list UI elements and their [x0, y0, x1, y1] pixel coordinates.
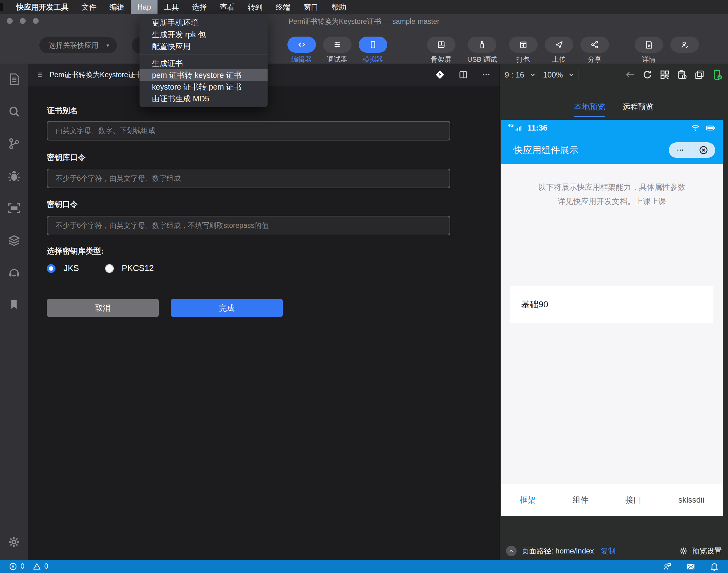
- app-icon: [0, 3, 3, 11]
- warnings-icon[interactable]: [33, 562, 41, 571]
- menu-item-select[interactable]: 选择: [186, 0, 213, 14]
- keystore-type-radios: JKS PKCS12: [47, 264, 154, 273]
- more-actions-icon[interactable]: [481, 69, 491, 80]
- notifications-bell-icon[interactable]: [710, 562, 719, 571]
- cert-alias-label: 证书别名: [47, 105, 78, 116]
- simulator-button[interactable]: 模拟器: [355, 37, 391, 64]
- panel-menu-icon[interactable]: [36, 70, 45, 80]
- done-button[interactable]: 完成: [171, 299, 283, 317]
- user-check-icon: [680, 40, 689, 49]
- keypass-input[interactable]: [47, 216, 450, 236]
- cancel-button[interactable]: 取消: [47, 299, 159, 317]
- copy-path-link[interactable]: 复制: [601, 546, 616, 556]
- storepass-label: 密钥库口令: [47, 152, 86, 162]
- quickapp-capsule: [669, 142, 715, 158]
- radio-pkcs12-label[interactable]: PKCS12: [122, 264, 154, 273]
- settings-gear-icon[interactable]: [7, 535, 21, 549]
- menu-item-app[interactable]: 快应用开发工具: [10, 0, 75, 14]
- tab-remote-preview[interactable]: 远程预览: [623, 102, 654, 117]
- menu-item-view[interactable]: 查看: [213, 0, 241, 14]
- zoom-value: 100%: [543, 70, 563, 80]
- package-icon: [519, 40, 528, 49]
- details-button[interactable]: 详情: [631, 37, 667, 64]
- device-preview-icon[interactable]: [7, 201, 21, 215]
- menu-item-window[interactable]: 窗口: [297, 0, 325, 14]
- page-path-label: 页面路径: home/index: [521, 546, 594, 556]
- menu-item-file[interactable]: 文件: [75, 0, 103, 14]
- cert-alias-input[interactable]: [47, 121, 450, 141]
- editor-label: 编辑器: [292, 55, 312, 64]
- associated-quickapp-select[interactable]: 选择关联快应用 ▼: [39, 37, 117, 53]
- menu-item-help[interactable]: 帮助: [325, 0, 353, 14]
- radio-jks-label[interactable]: JKS: [63, 264, 79, 273]
- errors-icon[interactable]: [9, 562, 17, 571]
- menu-item-hap[interactable]: Hap: [131, 0, 157, 14]
- collapse-button[interactable]: [506, 546, 517, 556]
- more-dots-icon[interactable]: [676, 145, 685, 155]
- phone-tab-sklssdii[interactable]: sklssdii: [678, 495, 705, 505]
- storepass-input[interactable]: [47, 169, 450, 188]
- menu-option-cert-to-md5[interactable]: 由证书生成 MD5: [140, 93, 268, 104]
- preview-settings-gear-icon[interactable]: [678, 546, 688, 556]
- usb-debug-button[interactable]: USB 调试: [459, 37, 505, 64]
- account-button[interactable]: [667, 37, 702, 55]
- source-control-icon[interactable]: [7, 137, 21, 151]
- page-description: 以下将展示快应用框架能力，具体属性参数 详见快应用开发文档。上课上课: [501, 164, 723, 208]
- close-circle-icon[interactable]: [698, 145, 709, 155]
- menu-item-terminal[interactable]: 终端: [269, 0, 297, 14]
- menu-option-update-phone-env[interactable]: 更新手机环境: [140, 17, 268, 29]
- share-label: 分享: [588, 55, 602, 64]
- editor-button[interactable]: 编辑器: [284, 37, 319, 64]
- bookmark-icon[interactable]: [7, 298, 20, 311]
- menu-option-generate-cert[interactable]: 生成证书: [140, 57, 268, 69]
- menu-item-edit[interactable]: 编辑: [103, 0, 131, 14]
- phone-tab-interfaces[interactable]: 接口: [625, 494, 641, 506]
- version-diamond-icon[interactable]: [434, 69, 446, 80]
- pem-to-keystore-panel: Pem证书转换为Keystore证书 证书别名 密钥库口令 密钥口令 选择密钥库…: [28, 63, 500, 560]
- document-icon: [644, 40, 654, 49]
- phone-tab-bar: 框架 组件 接口 sklssdii: [501, 484, 723, 516]
- zoom-select[interactable]: 100%: [543, 70, 575, 80]
- radio-pkcs12[interactable]: [105, 264, 114, 273]
- package-button[interactable]: 打包: [505, 37, 541, 64]
- share-button[interactable]: 分享: [577, 37, 612, 64]
- qr-code-icon[interactable]: [659, 69, 670, 80]
- debug-icon[interactable]: [7, 169, 21, 183]
- support-icon[interactable]: [7, 266, 21, 280]
- upload-button[interactable]: 上传: [541, 37, 577, 64]
- menu-item-goto[interactable]: 转到: [241, 0, 269, 14]
- phone-tab-framework[interactable]: 框架: [519, 494, 535, 506]
- split-editor-icon[interactable]: [458, 69, 468, 80]
- status-bar: 0 0: [0, 560, 728, 573]
- phone-tab-components[interactable]: 组件: [572, 494, 588, 506]
- debugger-button[interactable]: 调试器: [319, 37, 355, 64]
- refresh-icon[interactable]: [642, 69, 653, 80]
- chevron-down-icon: [567, 71, 575, 79]
- radio-jks[interactable]: [47, 264, 55, 273]
- menu-option-keystore-to-pem[interactable]: keystore 证书转 pem 证书: [140, 81, 268, 93]
- window-header: Pem证书转换为Keystore证书 — sample-master 选择关联快…: [0, 14, 728, 63]
- code-icon: [297, 40, 306, 49]
- menu-item-tools[interactable]: 工具: [157, 0, 186, 14]
- copy-stack-icon[interactable]: [694, 69, 705, 80]
- simulator-label: 模拟器: [363, 55, 383, 64]
- skeleton-screen-button[interactable]: 骨架屏: [423, 37, 459, 64]
- layers-icon[interactable]: [7, 233, 21, 248]
- feedback-icon[interactable]: [662, 562, 672, 571]
- search-icon[interactable]: [7, 104, 21, 118]
- package-label: 打包: [517, 55, 530, 64]
- menu-option-build-dev-rpk[interactable]: 生成开发 rpk 包: [140, 29, 268, 40]
- files-icon[interactable]: [7, 72, 21, 86]
- mail-icon[interactable]: [686, 562, 696, 571]
- phone-status-bar: 4G 11:36: [501, 120, 723, 136]
- menu-option-configure-quickapp[interactable]: 配置快应用: [140, 40, 268, 52]
- preview-settings-label[interactable]: 预览设置: [692, 546, 722, 556]
- device-connected-icon[interactable]: [711, 69, 723, 81]
- menu-bar: 快应用开发工具 文件 编辑 Hap 工具 选择 查看 转到 终端 窗口 帮助: [0, 0, 728, 14]
- aspect-ratio-select[interactable]: 9 : 16: [505, 70, 537, 80]
- back-icon[interactable]: [624, 69, 636, 80]
- menu-option-pem-to-keystore[interactable]: pem 证书转 keystore 证书: [140, 69, 268, 81]
- schedule-clipboard-icon[interactable]: [677, 69, 688, 80]
- list-item-basic[interactable]: 基础90: [510, 286, 714, 323]
- tab-local-preview[interactable]: 本地预览: [574, 102, 605, 117]
